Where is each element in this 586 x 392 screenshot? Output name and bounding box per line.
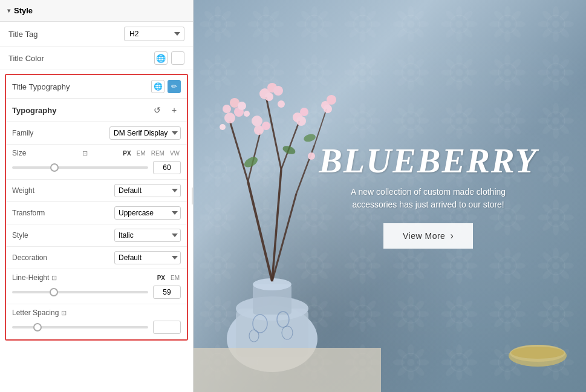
size-slider-row: 60 (6, 158, 187, 180)
letter-spacing-monitor-icon: ⊡ (61, 309, 67, 317)
title-color-label: Title Color (8, 54, 44, 63)
size-slider[interactable] (12, 166, 148, 169)
title-tag-select[interactable]: H2 H1 H3 (124, 27, 184, 41)
svg-line-24 (296, 145, 314, 194)
title-typography-icons: 🌐 ✏ (151, 80, 181, 93)
title-color-swatch[interactable] (171, 51, 184, 65)
style-control: Italic Normal Oblique (114, 229, 181, 242)
size-label-row: Size ⊡ PX EM REM VW (6, 145, 187, 158)
letter-spacing-slider-container (12, 321, 148, 333)
svg-point-30 (238, 102, 246, 110)
preview-subtitle: A new collection of custom made clothing… (350, 186, 507, 211)
svg-point-48 (244, 111, 250, 117)
letter-spacing-slider-input (12, 321, 181, 334)
left-panel: ▾ Style Title Tag H2 H1 H3 Title Color 🌐… (0, 0, 194, 392)
letter-spacing-input[interactable] (153, 321, 181, 334)
family-control: DM Serif Display Arial Georgia (109, 126, 181, 140)
preview-image: BLUEBERRY A new collection of custom mad… (194, 0, 586, 392)
size-slider-container (12, 162, 148, 174)
size-unit-vw[interactable]: VW (169, 149, 181, 157)
title-typography-header: Title Typography 🌐 ✏ (6, 75, 187, 99)
line-height-monitor-icon: ⊡ (51, 274, 57, 282)
title-color-control: 🌐 (154, 51, 184, 65)
letter-spacing-label: Letter Spacing (12, 309, 59, 317)
title-typography-globe-button[interactable]: 🌐 (151, 80, 164, 93)
style-label: Style (12, 231, 48, 240)
svg-line-17 (248, 181, 272, 281)
bowl-illustration (507, 344, 568, 368)
chevron-down-icon: ▾ (7, 7, 10, 14)
svg-point-32 (262, 122, 270, 130)
svg-point-39 (300, 108, 308, 116)
svg-point-37 (273, 86, 283, 96)
svg-point-26 (224, 113, 235, 123)
svg-point-36 (265, 93, 273, 101)
size-unit-em[interactable]: EM (135, 149, 147, 157)
svg-point-40 (296, 116, 306, 126)
decoration-control: Default Underline Line-through None (114, 251, 181, 264)
line-height-unit-px[interactable]: PX (156, 274, 166, 282)
title-tag-row: Title Tag H2 H1 H3 (0, 22, 193, 47)
title-typography-edit-button[interactable]: ✏ (168, 80, 181, 93)
title-tag-label: Title Tag (8, 30, 37, 39)
transform-label: Transform (12, 209, 48, 217)
style-row: Style Italic Normal Oblique (6, 224, 187, 247)
size-section: Size ⊡ PX EM REM VW (6, 145, 187, 180)
typography-toolbar-actions: ↺ + (151, 103, 181, 117)
letter-spacing-label-row: Letter Spacing ⊡ (6, 304, 187, 318)
weight-select[interactable]: Default 100 400 700 (114, 184, 181, 197)
letter-spacing-slider[interactable] (12, 326, 148, 328)
line-height-slider-row: 59 (6, 283, 187, 304)
svg-point-33 (252, 116, 262, 126)
line-height-slider-input: 59 (12, 286, 181, 299)
title-typography-section: Title Typography 🌐 ✏ Typography ↺ + Fami… (5, 74, 188, 341)
line-height-section: Line-Height ⊡ PX EM 59 (6, 269, 187, 304)
family-select[interactable]: DM Serif Display Arial Georgia (109, 126, 181, 140)
line-height-input[interactable]: 59 (153, 286, 181, 299)
line-height-label-row: Line-Height ⊡ PX EM (6, 269, 187, 283)
typography-toolbar-label: Typography (12, 106, 56, 115)
size-label: Size (12, 149, 48, 157)
view-more-label: View More (403, 231, 445, 241)
svg-point-43 (324, 105, 332, 113)
monitor-icon: ⊡ (82, 149, 88, 157)
preview-title: BLUEBERRY (319, 143, 538, 178)
typography-reset-button[interactable]: ↺ (151, 103, 164, 117)
decoration-select[interactable]: Default Underline Line-through None (114, 251, 181, 264)
svg-point-50 (278, 100, 285, 108)
weight-row: Weight Default 100 400 700 (6, 180, 187, 202)
weight-label: Weight (12, 186, 48, 195)
svg-point-46 (303, 133, 316, 143)
typography-toolbar: Typography ↺ + (6, 99, 187, 122)
typography-add-button[interactable]: + (168, 103, 181, 117)
decoration-row: Decoration Default Underline Line-throug… (6, 247, 187, 269)
svg-line-23 (281, 121, 299, 169)
style-select[interactable]: Italic Normal Oblique (114, 229, 181, 242)
svg-line-20 (230, 121, 248, 181)
line-height-unit-em[interactable]: EM (169, 274, 181, 282)
size-unit-px[interactable]: PX (122, 149, 132, 157)
svg-point-47 (220, 124, 226, 130)
size-input[interactable]: 60 (153, 161, 181, 174)
svg-point-45 (282, 145, 297, 156)
title-color-globe-icon[interactable]: 🌐 (154, 51, 168, 65)
line-height-label: Line-Height (12, 273, 49, 282)
view-more-button[interactable]: View More › (383, 223, 473, 249)
transform-select[interactable]: Uppercase Lowercase Capitalize None (114, 206, 181, 220)
typography-inner-panel: Typography ↺ + Family DM Serif Display A… (6, 99, 187, 339)
title-tag-control: H2 H1 H3 (124, 27, 184, 41)
title-color-row: Title Color 🌐 (0, 47, 193, 70)
family-label: Family (12, 129, 48, 137)
svg-point-57 (511, 347, 564, 359)
view-more-arrow-icon: › (450, 230, 454, 241)
style-section-header: ▾ Style (0, 0, 193, 22)
svg-point-28 (223, 105, 231, 113)
svg-line-22 (266, 97, 281, 169)
size-unit-rem[interactable]: REM (150, 149, 166, 157)
transform-row: Transform Uppercase Lowercase Capitalize… (6, 202, 187, 224)
transform-control: Uppercase Lowercase Capitalize None (114, 206, 181, 220)
line-height-slider[interactable] (12, 291, 148, 293)
section-title: Style (14, 6, 33, 15)
right-panel: BLUEBERRY A new collection of custom mad… (194, 0, 586, 392)
svg-rect-16 (194, 348, 381, 392)
